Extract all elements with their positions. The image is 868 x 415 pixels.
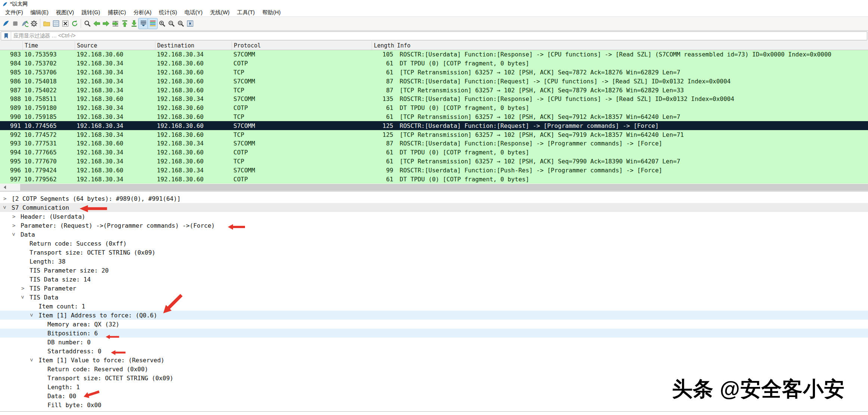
expander-icon[interactable]: > [21,285,30,291]
column-header-no[interactable] [0,41,22,50]
save-file-icon[interactable] [51,18,61,29]
column-header-destination[interactable]: Destination [155,41,232,50]
detail-tree-line[interactable]: > [2 COTP Segments (64 bytes): #989(0), … [0,194,868,203]
menu-item[interactable]: 无线(W) [206,8,233,17]
display-filter-input[interactable]: 应用显示过滤器 … <Ctrl-/> [1,31,867,40]
auto-scroll-icon[interactable] [139,18,148,29]
packet-row[interactable]: 989 10.759180 192.168.30.34 192.168.30.6… [0,104,868,113]
expander-icon[interactable]: > [3,196,12,202]
packet-row[interactable]: 997 10.779562 192.168.30.34 192.168.30.6… [0,175,868,184]
packet-row[interactable]: 984 10.753702 192.168.30.34 192.168.30.6… [0,59,868,68]
detail-tree-line[interactable]: > TIS Parameter [0,284,868,293]
packet-row[interactable]: 995 10.777670 192.168.30.34 192.168.30.6… [0,157,868,166]
detail-tree-line[interactable]: Transport size: OCTET STRING (0x09) [0,248,868,257]
menu-item[interactable]: 电话(Y) [181,8,206,17]
zoom-original-icon[interactable] [176,18,185,29]
packet-row[interactable]: 985 10.753706 192.168.30.34 192.168.30.6… [0,68,868,77]
packet-row[interactable]: 993 10.777531 192.168.30.60 192.168.30.3… [0,139,868,148]
hscrollbar-thumb[interactable] [20,184,868,191]
go-back-icon[interactable] [92,18,101,29]
column-header-length[interactable]: Length [372,41,395,50]
packet-row[interactable]: 994 10.777665 192.168.30.34 192.168.30.6… [0,148,868,157]
packet-row[interactable]: 990 10.759185 192.168.30.34 192.168.30.6… [0,113,868,122]
detail-tree-line[interactable]: TIS Data size: 14 [0,275,868,284]
menu-bar: 文件(F)编辑(E)视图(V)跳转(G)捕获(C)分析(A)统计(S)电话(Y)… [0,8,868,16]
detail-tree-line[interactable]: > Data [0,230,868,239]
detail-tree-line[interactable]: > Parameter: (Request) ->(Programmer com… [0,221,868,230]
packet-row[interactable]: 992 10.774572 192.168.30.34 192.168.30.6… [0,130,868,139]
menu-item[interactable]: 帮助(H) [258,8,284,17]
detail-tree-line[interactable]: DB number: 0 [0,338,868,347]
detail-tree-line[interactable]: Bitposition: 6 [0,329,868,338]
expander-icon[interactable]: > [3,205,12,210]
detail-tree-line[interactable]: Startaddress: 0 [0,347,868,356]
packet-row[interactable]: 983 10.753593 192.168.30.60 192.168.30.3… [0,50,868,59]
detail-tree-line[interactable]: > TIS Data [0,293,868,302]
filter-bookmark-icon[interactable] [1,32,11,40]
packet-row[interactable]: 986 10.754018 192.168.30.34 192.168.30.6… [0,77,868,86]
column-header-time[interactable]: Time [22,41,75,50]
column-header-protocol[interactable]: Protocol [232,41,372,50]
packet-row[interactable]: 996 10.779424 192.168.30.60 192.168.30.3… [0,166,868,175]
go-last-icon[interactable] [129,18,139,29]
expander-icon[interactable]: > [30,357,38,363]
window-title: *以太网 [10,1,28,7]
column-header-source[interactable]: Source [75,41,155,50]
detail-tree-line[interactable]: Memory area: QX (32) [0,320,868,329]
detail-tree-line[interactable]: Return code: Reserved (0x00) [0,365,868,374]
reload-file-icon[interactable] [70,18,79,29]
detail-tree-line[interactable]: > S7 Communication [0,203,868,212]
go-forward-icon[interactable] [101,18,111,29]
filter-placeholder: 应用显示过滤器 … <Ctrl-/> [11,33,75,39]
go-first-icon[interactable] [120,18,129,29]
expander-icon[interactable]: > [21,294,30,300]
detail-tree-line[interactable]: Item count: 1 [0,302,868,311]
capture-options-icon[interactable] [29,18,38,29]
find-packet-icon[interactable] [83,18,92,29]
detail-tree-line[interactable]: Data: 00 [0,391,868,400]
detail-tree-line[interactable]: > Header: (Userdata) [0,212,868,221]
menu-item[interactable]: 统计(S) [155,8,181,17]
filter-bar: 应用显示过滤器 … <Ctrl-/> [0,31,868,41]
restart-capture-icon[interactable] [20,18,29,29]
toolbar-separator [81,19,81,28]
menu-item[interactable]: 跳转(G) [78,8,104,17]
menu-item[interactable]: 捕获(C) [104,8,130,17]
packet-row[interactable]: 988 10.758511 192.168.30.60 192.168.30.3… [0,95,868,104]
open-file-icon[interactable] [42,18,51,29]
go-to-packet-icon[interactable] [111,18,120,29]
zoom-out-icon[interactable] [167,18,176,29]
detail-tree-line[interactable]: Length: 1 [0,382,868,391]
menu-item[interactable]: 文件(F) [1,8,27,17]
menu-item[interactable]: 工具(T) [233,8,259,17]
toolbar-separator [40,19,40,28]
resize-columns-icon[interactable] [185,18,195,29]
packet-row[interactable]: 987 10.754022 192.168.30.34 192.168.30.6… [0,86,868,95]
menu-item[interactable]: 编辑(E) [27,8,52,17]
expander-icon[interactable]: > [12,222,21,228]
packet-list-header: Time Source Destination Protocol Length … [0,41,868,50]
column-header-info[interactable]: Info [395,41,868,50]
colorize-icon[interactable] [148,18,157,29]
start-capture-icon[interactable] [1,18,10,29]
detail-tree-line[interactable]: Length: 38 [0,257,868,266]
expander-icon[interactable]: > [12,231,21,237]
detail-tree-line[interactable]: > Item [1] Value to force: (Reserved) [0,356,868,365]
packet-detail-pane: > [2 COTP Segments (64 bytes): #989(0), … [0,192,868,412]
packet-list-hscrollbar[interactable] [0,184,868,191]
menu-item[interactable]: 视图(V) [52,8,78,17]
detail-tree-line[interactable]: Fill byte: 0x00 [0,400,868,409]
packet-row[interactable]: 991 10.774565 192.168.30.34 192.168.30.6… [0,121,868,130]
title-bar: *以太网 [0,0,868,8]
scroll-left-icon[interactable] [0,184,10,191]
detail-tree-line[interactable]: Transport size: OCTET STRING (0x09) [0,374,868,382]
detail-tree-line[interactable]: TIS Parameter size: 20 [0,266,868,275]
stop-capture-icon[interactable] [10,18,20,29]
close-file-icon[interactable] [61,18,70,29]
expander-icon[interactable]: > [30,312,38,318]
detail-tree-line[interactable]: Return code: Success (0xff) [0,239,868,248]
detail-tree-line[interactable]: > Item [1] Address to force: (Q0.6) [0,311,868,320]
menu-item[interactable]: 分析(A) [130,8,155,17]
expander-icon[interactable]: > [12,213,21,219]
zoom-in-icon[interactable] [157,18,167,29]
